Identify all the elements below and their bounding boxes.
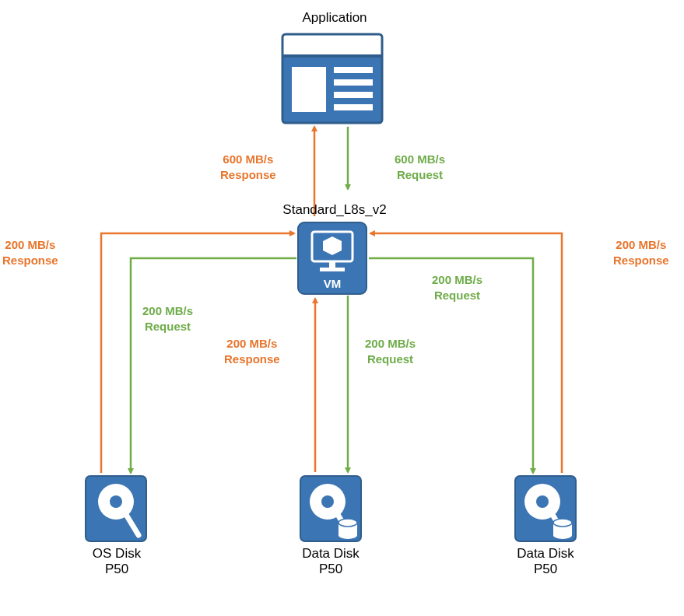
svg-rect-5 [282, 34, 382, 56]
svg-rect-7 [282, 54, 382, 58]
svg-rect-11 [334, 92, 373, 98]
data-disk-1-icon [299, 474, 363, 546]
data-disk-2-icon [514, 474, 577, 546]
application-icon [281, 33, 384, 128]
svg-point-31 [536, 495, 549, 508]
application-title: Application [288, 10, 381, 26]
vm-title: Standard_L8s_v2 [280, 202, 389, 218]
os-disk-icon [84, 474, 148, 546]
os-disk-name: OS DiskP50 [78, 546, 156, 578]
data2-response-label: 200 MB/sResponse [613, 237, 669, 268]
data-disk-2-name: Data DiskP50 [503, 546, 588, 578]
data1-response-label: 200 MB/sResponse [224, 336, 280, 366]
app-request-label: 600 MB/sRequest [395, 152, 445, 182]
svg-text:VM: VM [324, 277, 342, 290]
svg-rect-12 [334, 104, 373, 110]
vm-icon: VM [296, 221, 368, 299]
os-response-label: 200 MB/sResponse [2, 237, 58, 268]
svg-rect-9 [334, 67, 373, 73]
os-request-label: 200 MB/sRequest [142, 303, 193, 334]
svg-rect-15 [329, 261, 335, 268]
data1-request-label: 200 MB/sRequest [365, 336, 416, 366]
svg-point-21 [120, 506, 126, 513]
svg-rect-16 [320, 268, 345, 271]
svg-point-27 [338, 531, 357, 539]
svg-rect-10 [334, 79, 373, 86]
svg-rect-8 [292, 67, 326, 112]
app-response-label: 600 MB/sResponse [220, 152, 276, 182]
svg-point-24 [321, 495, 334, 508]
data-disk-1-name: Data DiskP50 [288, 546, 374, 578]
svg-point-20 [110, 495, 122, 508]
data2-request-label: 200 MB/sRequest [432, 272, 482, 303]
svg-point-34 [553, 531, 572, 539]
